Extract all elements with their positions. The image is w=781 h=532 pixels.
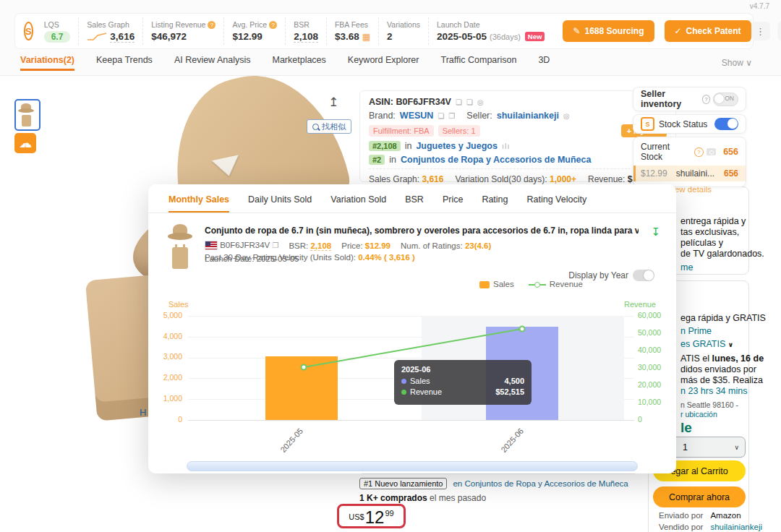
seller-inventory-toggle[interactable]: ON [713, 93, 738, 106]
display-by-year-label: Display by Year [568, 270, 628, 280]
sales-legend-swatch [479, 281, 490, 288]
version-label: v4.7.7 [750, 2, 769, 10]
download-images-button[interactable]: ☁ ↓ [14, 133, 36, 153]
pin-icon[interactable]: ◎ [563, 112, 570, 120]
info-icon[interactable]: ? [694, 147, 704, 157]
chart-tooltip: 2025-06 Sales 4,500 Revenue $52,515 [394, 360, 532, 405]
seller-inventory-title: Seller inventory [641, 89, 699, 109]
seller-link[interactable]: shuilainiankeji [497, 111, 559, 121]
category-rank-link[interactable]: en Conjuntos de Ropa y Accesorios de Muñ… [453, 479, 628, 488]
stat-sales-graph[interactable]: Sales Graph 3,616 [78, 17, 142, 45]
x-label-2025-05: 2025-05 [278, 426, 304, 454]
pin-icon[interactable]: ◎ [477, 98, 484, 106]
chart-scrollbar[interactable] [187, 461, 638, 471]
sold-by-link[interactable]: shuilainiankeji [710, 523, 762, 531]
rank-chart-icon[interactable]: ılı [502, 142, 511, 150]
stock-price: $12.99 [641, 168, 667, 179]
external-link-icon[interactable]: ❐ [448, 112, 455, 120]
delivery-text: didos enviados por [680, 364, 756, 374]
find-similar-label: 找相似 [322, 121, 346, 132]
prime-text: de TV galardonados. [680, 249, 764, 259]
sellersprite-icon: S [641, 117, 654, 131]
copy-icon[interactable]: ❏ [466, 98, 473, 106]
delivery-text: más de $35. Realiza [680, 375, 763, 385]
category-link-2[interactable]: Conjuntos de Ropa y Accesorios de Muñeca [401, 155, 591, 165]
stock-status-toggle[interactable] [714, 118, 738, 130]
sales-dot-icon [401, 379, 406, 384]
thumb-hat-brim [18, 108, 34, 113]
availability-text: le [680, 420, 692, 436]
image-thumbnail[interactable] [14, 99, 40, 131]
stock-status-card: S Stock Status [633, 114, 746, 134]
tooltip-revenue-row: Revenue $52,515 [401, 387, 524, 396]
toggle-knob [727, 119, 738, 129]
stat-avg-price: Avg. Price? $12.99 [223, 17, 285, 45]
prime-link[interactable]: n Prime [680, 326, 712, 336]
category-link-1[interactable]: Juguetes y Juegos [416, 141, 498, 151]
copy-icon[interactable]: ❏ [456, 98, 462, 106]
delivery-date-text: ATIS el lunes, 16 de [680, 353, 764, 364]
tab-keyword-explorer[interactable]: Keyword Explorer [348, 55, 419, 71]
download-arrow-icon: ↓ [24, 142, 27, 149]
brand-link[interactable]: WESUN [400, 111, 434, 121]
asin-info-panel: ASIN: B0F6JFR34V ❏ ❏ ◎ Hide ∧ Brand: WES… [359, 90, 676, 182]
tab-keepa-trends[interactable]: Keepa Trends [96, 55, 153, 71]
stock-seller: shuilaini... [676, 168, 714, 179]
info-icon[interactable]: ? [208, 21, 215, 29]
delivery-text: ega rápida y GRATIS [680, 313, 766, 323]
info-icon[interactable]: ? [702, 95, 710, 104]
brand-label: Brand: [369, 111, 396, 121]
sourcing-1688-button[interactable]: ✎1688 Sourcing [563, 20, 654, 42]
share-icon[interactable]: ↥ [328, 95, 338, 110]
copy-icon[interactable]: ❏ [438, 112, 444, 120]
rank-badge-2: #2 [369, 155, 385, 165]
more-menu-icon[interactable]: ⋮ [751, 22, 770, 40]
tab-price[interactable]: Price [443, 194, 463, 213]
stat-variations: Variations 2 [378, 17, 428, 45]
extension-header: v4.7.7 S LQS 6.7 Sales Graph 3,616 Listi… [0, 0, 781, 76]
check-patent-button[interactable]: ✓Check Patent [665, 20, 751, 42]
tab-daily-units-sold[interactable]: Daily Units Sold [248, 194, 312, 213]
free-returns-link[interactable]: es GRATIS ∨ [680, 339, 733, 349]
tab-traffic-comparison[interactable]: Traffic Comparison [440, 55, 516, 71]
tab-bsr[interactable]: BSR [405, 194, 424, 213]
tab-3d[interactable]: 3D [538, 55, 550, 71]
buy-now-button[interactable]: Comprar ahora [653, 486, 746, 507]
tab-marketplaces[interactable]: Marketplaces [272, 55, 325, 71]
camera-icon[interactable] [707, 148, 716, 155]
legend-sales[interactable]: Sales [479, 280, 514, 288]
tab-rating-velocity[interactable]: Rating Velocity [527, 194, 587, 213]
show-toggle[interactable]: Show ∨ [722, 58, 752, 68]
current-stock-value: 656 [723, 147, 738, 157]
seller-label: Seller: [466, 111, 492, 121]
divider [369, 168, 667, 169]
tab-rating[interactable]: Rating [482, 194, 508, 213]
tab-variation-sold[interactable]: Variation Sold [330, 194, 386, 213]
update-location-link[interactable]: r ubicación [680, 410, 717, 419]
tab-ai-review-analysis[interactable]: AI Review Analysis [174, 55, 251, 71]
info-icon[interactable]: ? [269, 21, 277, 29]
stats-bar: S LQS 6.7 Sales Graph 3,616 Listing Reve… [14, 13, 754, 49]
tooltip-title: 2025-06 [401, 365, 524, 374]
tab-variations[interactable]: Variations(2) [20, 55, 74, 71]
chart-legend: Sales Revenue [479, 280, 583, 288]
right-axis-ticks: 60,000 50,000 40,000 30,000 20,000 10,00… [638, 184, 674, 430]
prime-link[interactable]: me [680, 262, 693, 273]
seller-inventory-card: Seller inventory ? ON [633, 87, 746, 111]
calculator-icon[interactable]: ▦ [362, 32, 370, 42]
legend-revenue[interactable]: Revenue [529, 280, 583, 288]
find-similar-button[interactable]: 找相似 [307, 119, 351, 134]
favorite-heart-icon[interactable]: ♡ [777, 22, 781, 40]
revenue-legend-marker [529, 284, 546, 286]
new-release-badge: #1 Nuevo lanzamiento [359, 478, 447, 489]
stock-seller-row[interactable]: $12.99 shuilaini... 656 [633, 166, 746, 181]
partial-link-text: H [140, 407, 146, 418]
bought-last-month: 1 K+ comprados el mes pasado [359, 493, 486, 503]
magnifier-icon [312, 124, 319, 130]
meta-bsr: BSR: 2,108 [289, 241, 331, 250]
product-meta-asin[interactable]: B0F6JFR34V ❐ [205, 241, 278, 250]
meta-price: Price: $12.99 [341, 241, 390, 250]
lqs-score-pill: 6.7 [44, 31, 71, 43]
quantity-select[interactable]: 1 ∨ [666, 437, 746, 458]
panel-variation-sold: Variation Sold(30 days): 1,000+ [455, 174, 576, 184]
